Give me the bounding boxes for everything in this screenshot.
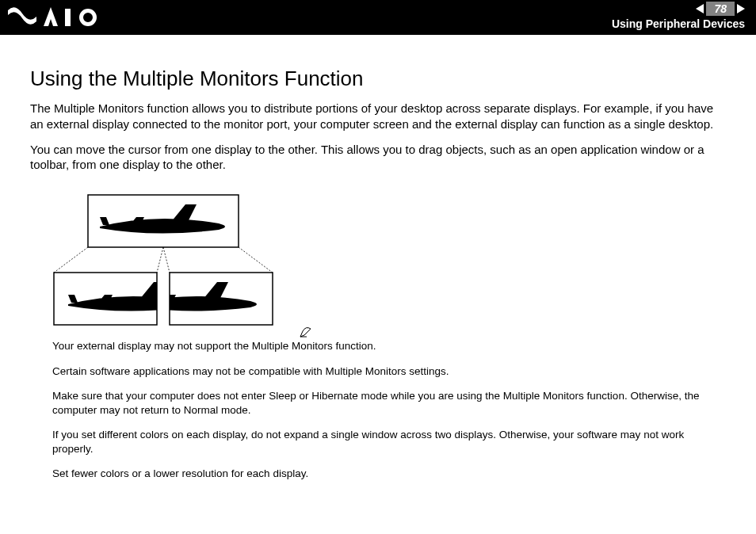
note-paragraph: Certain software applications may not be…: [52, 364, 726, 379]
svg-line-4: [54, 247, 88, 273]
vaio-logo: [8, 3, 111, 32]
note-paragraph: Your external display may not support th…: [52, 339, 726, 353]
page-navigation: 78: [696, 2, 745, 16]
note-paragraph: If you set different colors on each disp…: [52, 428, 726, 456]
note-pencil-icon: [300, 326, 314, 338]
page-title: Using the Multiple Monitors Function: [30, 67, 726, 91]
next-page-arrow-icon[interactable]: [737, 4, 745, 13]
note-paragraph: Make sure that your computer does not en…: [52, 389, 726, 417]
page-number: 78: [706, 2, 735, 16]
body-paragraph: You can move the cursor from one display…: [30, 142, 726, 174]
multi-monitor-diagram: [52, 193, 274, 328]
page-header: 78 Using Peripheral Devices: [0, 0, 756, 35]
section-title: Using Peripheral Devices: [612, 17, 745, 30]
svg-line-6: [163, 247, 170, 273]
svg-line-5: [157, 247, 163, 273]
svg-rect-0: [65, 9, 71, 26]
svg-line-7: [239, 247, 273, 273]
prev-page-arrow-icon[interactable]: [696, 4, 704, 13]
note-paragraph: Set fewer colors or a lower resolution f…: [52, 467, 726, 481]
body-paragraph: The Multiple Monitors function allows yo…: [30, 101, 726, 132]
page-content: Using the Multiple Monitors Function The…: [0, 35, 756, 500]
